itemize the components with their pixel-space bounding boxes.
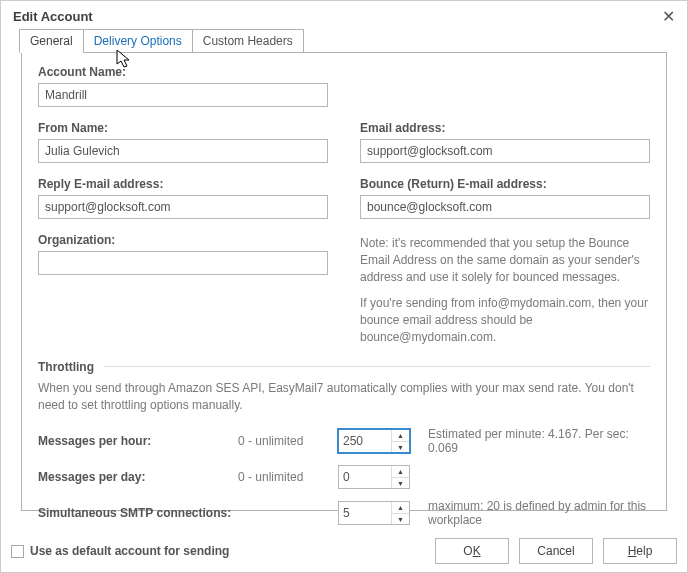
spinner-up-icon[interactable]: ▲ xyxy=(392,430,409,442)
label-msg-per-hour: Messages per hour: xyxy=(38,434,238,448)
input-smtp-connections[interactable] xyxy=(339,502,391,524)
label-from-name: From Name: xyxy=(38,121,328,135)
tab-delivery-options[interactable]: Delivery Options xyxy=(83,29,193,53)
label-smtp-connections: Simultaneous SMTP connections: xyxy=(38,506,338,520)
hint-smtp-max: maximum: 20 is defined by admin for this… xyxy=(418,499,650,527)
input-account-name[interactable] xyxy=(38,83,328,107)
tab-panel-general: Account Name: From Name: Email address: … xyxy=(21,52,667,511)
title-bar: Edit Account ✕ xyxy=(1,1,687,28)
spinner-up-icon[interactable]: ▲ xyxy=(392,466,409,478)
hint-unlimited-day: 0 - unlimited xyxy=(238,470,338,484)
spinner-smtp-connections[interactable]: ▲ ▼ xyxy=(338,501,410,525)
tab-custom-headers[interactable]: Custom Headers xyxy=(192,29,304,53)
spinner-down-icon[interactable]: ▼ xyxy=(392,514,409,525)
hint-per-hour-est: Estimated per minute: 4.167. Per sec: 0.… xyxy=(418,427,650,455)
hint-unlimited-hour: 0 - unlimited xyxy=(238,434,338,448)
input-msg-per-day[interactable] xyxy=(339,466,391,488)
checkbox-default-account[interactable]: Use as default account for sending xyxy=(11,544,229,558)
cancel-button[interactable]: Cancel xyxy=(519,538,593,564)
label-bounce-email: Bounce (Return) E-mail address: xyxy=(360,177,650,191)
close-icon[interactable]: ✕ xyxy=(659,7,677,26)
label-email-address: Email address: xyxy=(360,121,650,135)
input-organization[interactable] xyxy=(38,251,328,275)
label-reply-email: Reply E-mail address: xyxy=(38,177,328,191)
input-reply-email[interactable] xyxy=(38,195,328,219)
label-msg-per-day: Messages per day: xyxy=(38,470,238,484)
dialog-footer: Use as default account for sending OK Ca… xyxy=(11,526,677,566)
input-email-address[interactable] xyxy=(360,139,650,163)
note-bounce-reco: Note: it's recommended that you setup th… xyxy=(360,235,650,285)
spinner-msg-per-day[interactable]: ▲ ▼ xyxy=(338,465,410,489)
divider xyxy=(104,366,650,367)
input-msg-per-hour[interactable] xyxy=(339,430,391,452)
note-bounce-example: If you're sending from info@mydomain.com… xyxy=(360,295,650,345)
tab-strip: General Delivery Options Custom Headers xyxy=(19,28,677,52)
input-from-name[interactable] xyxy=(38,139,328,163)
spinner-down-icon[interactable]: ▼ xyxy=(392,442,409,453)
input-bounce-email[interactable] xyxy=(360,195,650,219)
label-account-name: Account Name: xyxy=(38,65,650,79)
tab-general[interactable]: General xyxy=(19,29,84,53)
label-throttling-section: Throttling xyxy=(38,360,94,374)
note-throttling-desc: When you send through Amazon SES API, Ea… xyxy=(38,380,650,414)
help-button[interactable]: Help xyxy=(603,538,677,564)
ok-button[interactable]: OK xyxy=(435,538,509,564)
spinner-down-icon[interactable]: ▼ xyxy=(392,478,409,489)
label-default-account: Use as default account for sending xyxy=(30,544,229,558)
label-organization: Organization: xyxy=(38,233,328,247)
spinner-msg-per-hour[interactable]: ▲ ▼ xyxy=(338,429,410,453)
edit-account-dialog: Edit Account ✕ General Delivery Options … xyxy=(0,0,688,573)
spinner-up-icon[interactable]: ▲ xyxy=(392,502,409,514)
dialog-title: Edit Account xyxy=(13,9,93,24)
checkbox-icon[interactable] xyxy=(11,545,24,558)
